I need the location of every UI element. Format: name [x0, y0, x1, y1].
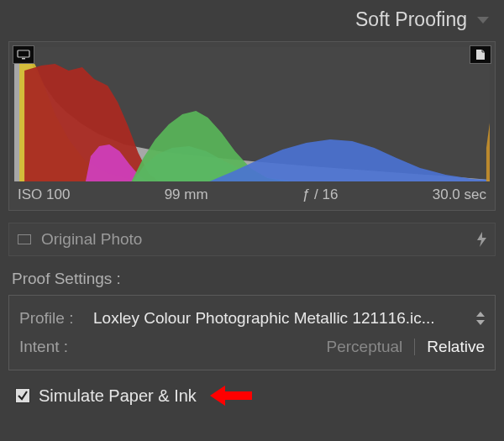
- intent-row: Intent : Perceptual Relative: [19, 333, 485, 361]
- svg-rect-1: [22, 58, 25, 60]
- panel-title: Soft Proofing: [355, 8, 467, 31]
- profile-dropdown[interactable]: Loxley Colour Photographic Metallic 1211…: [93, 309, 471, 328]
- original-photo-icon: [18, 234, 31, 244]
- simulate-label[interactable]: Simulate Paper & Ink: [39, 386, 197, 406]
- exposure-metadata: ISO 100 99 mm ƒ / 16 30.0 sec: [14, 181, 490, 203]
- soft-proofing-panel: Soft Proofing: [0, 0, 504, 441]
- profile-row: Profile : Loxley Colour Photographic Met…: [19, 304, 485, 333]
- monitor-icon: [17, 50, 30, 60]
- simulate-checkbox[interactable]: [15, 388, 30, 403]
- annotation-arrow: [210, 386, 252, 406]
- separator: [414, 339, 415, 355]
- bolt-icon[interactable]: [477, 232, 486, 247]
- histogram[interactable]: [14, 47, 490, 181]
- proof-settings-heading: Proof Settings :: [12, 270, 496, 288]
- histogram-box: ISO 100 99 mm ƒ / 16 30.0 sec: [8, 41, 496, 211]
- shadow-clipping-toggle[interactable]: [13, 45, 34, 64]
- checkmark-icon: [17, 390, 29, 402]
- intent-options: Perceptual Relative: [327, 338, 486, 356]
- arrow-left-icon: [210, 386, 252, 406]
- chevron-down-icon: [477, 17, 489, 24]
- shutter-value: 30.0 sec: [433, 186, 486, 203]
- iso-value: ISO 100: [18, 186, 70, 203]
- original-photo-label: Original Photo: [41, 230, 142, 249]
- panel-header[interactable]: Soft Proofing: [0, 0, 504, 41]
- original-photo-row[interactable]: Original Photo: [8, 223, 496, 256]
- aperture-value: ƒ / 16: [302, 186, 339, 203]
- intent-perceptual[interactable]: Perceptual: [327, 338, 403, 356]
- proof-settings-box: Profile : Loxley Colour Photographic Met…: [8, 295, 496, 370]
- simulate-row: Simulate Paper & Ink: [15, 386, 496, 406]
- updown-icon[interactable]: [476, 312, 485, 325]
- svg-rect-0: [18, 50, 29, 57]
- page-icon: [475, 49, 486, 60]
- focal-length-value: 99 mm: [165, 186, 208, 203]
- intent-label: Intent :: [19, 338, 87, 356]
- highlight-clipping-toggle[interactable]: [470, 45, 491, 64]
- intent-relative[interactable]: Relative: [427, 338, 485, 356]
- profile-label: Profile :: [19, 309, 87, 328]
